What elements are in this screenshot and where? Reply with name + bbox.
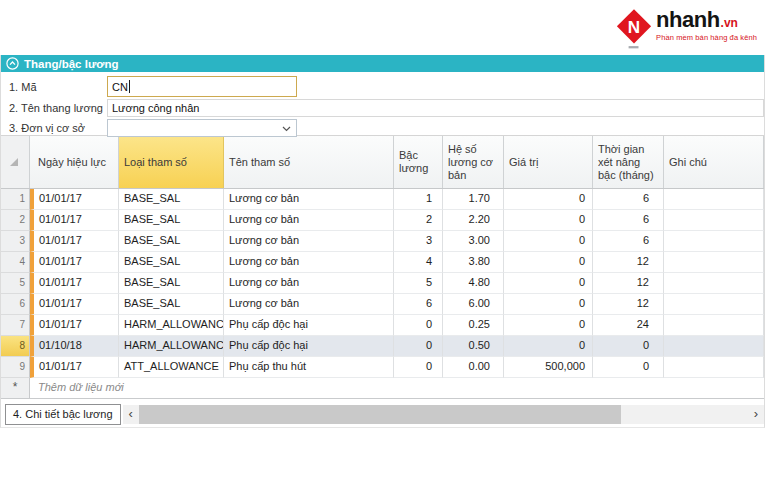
col-header-param-type[interactable]: Loại tham số <box>119 136 224 188</box>
cell-value[interactable]: 0 <box>504 252 593 273</box>
row-number[interactable]: 1 <box>1 189 30 210</box>
cell-note[interactable] <box>664 357 764 378</box>
row-number[interactable]: 2 <box>1 210 30 231</box>
tab-salary-level-detail[interactable]: 4. Chi tiết bậc lương <box>5 404 121 425</box>
cell-note[interactable] <box>664 336 764 357</box>
row-number[interactable]: 7 <box>1 315 30 336</box>
cell-review-months[interactable]: 0 <box>593 357 664 378</box>
cell-note[interactable] <box>664 252 764 273</box>
cell-base-coefficient[interactable]: 3.80 <box>443 252 504 273</box>
code-input[interactable]: CN <box>107 76 297 97</box>
cell-note[interactable] <box>664 189 764 210</box>
table-row[interactable]: 801/10/18HARM_ALLOWANCPhụ cấp độc hại00.… <box>1 336 764 357</box>
cell-note[interactable] <box>664 231 764 252</box>
row-number[interactable]: 8 <box>1 336 30 357</box>
cell-note[interactable] <box>664 210 764 231</box>
cell-salary-level[interactable]: 0 <box>394 357 443 378</box>
cell-review-months[interactable]: 6 <box>593 189 664 210</box>
cell-value[interactable]: 0 <box>504 231 593 252</box>
cell-param-name[interactable]: Lương cơ bản <box>224 231 394 252</box>
col-header-value[interactable]: Giá trị <box>504 136 593 188</box>
cell-review-months[interactable]: 12 <box>593 252 664 273</box>
col-header-review-months[interactable]: Thời gian xét nâng bậc (tháng) <box>593 136 664 188</box>
row-number[interactable]: 5 <box>1 273 30 294</box>
table-row[interactable]: 701/01/17HARM_ALLOWANCPhụ cấp độc hại00.… <box>1 315 764 336</box>
cell-effective-date[interactable]: 01/01/17 <box>30 315 119 336</box>
cell-param-type[interactable]: HARM_ALLOWANC <box>119 315 224 336</box>
cell-note[interactable] <box>664 315 764 336</box>
table-row[interactable]: 901/01/17ATT_ALLOWANCEPhụ cấp thu hút00.… <box>1 357 764 378</box>
cell-salary-level[interactable]: 4 <box>394 252 443 273</box>
col-header-salary-level[interactable]: Bậc lương <box>394 136 443 188</box>
cell-review-months[interactable]: 0 <box>593 336 664 357</box>
new-row[interactable]: * Thêm dữ liệu mới <box>1 378 764 399</box>
col-header-effective-date[interactable]: Ngày hiệu lực <box>30 136 119 188</box>
new-row-label[interactable]: Thêm dữ liệu mới <box>30 378 764 398</box>
cell-salary-level[interactable]: 2 <box>394 210 443 231</box>
base-unit-select[interactable] <box>107 119 297 137</box>
cell-param-name[interactable]: Phụ cấp thu hút <box>224 357 394 378</box>
cell-effective-date[interactable]: 01/01/17 <box>30 294 119 315</box>
cell-review-months[interactable]: 12 <box>593 273 664 294</box>
table-row[interactable]: 501/01/17BASE_SALLương cơ bản54.80012 <box>1 273 764 294</box>
cell-param-name[interactable]: Lương cơ bản <box>224 294 394 315</box>
scale-name-input[interactable]: Lương công nhân <box>107 99 764 117</box>
cell-param-type[interactable]: BASE_SAL <box>119 231 224 252</box>
cell-review-months[interactable]: 6 <box>593 210 664 231</box>
cell-salary-level[interactable]: 0 <box>394 336 443 357</box>
table-row[interactable]: 301/01/17BASE_SALLương cơ bản33.0006 <box>1 231 764 252</box>
cell-param-type[interactable]: HARM_ALLOWANC <box>119 336 224 357</box>
cell-effective-date[interactable]: 01/10/18 <box>30 336 119 357</box>
cell-review-months[interactable]: 12 <box>593 294 664 315</box>
cell-note[interactable] <box>664 273 764 294</box>
cell-effective-date[interactable]: 01/01/17 <box>30 210 119 231</box>
cell-salary-level[interactable]: 6 <box>394 294 443 315</box>
cell-salary-level[interactable]: 0 <box>394 315 443 336</box>
cell-value[interactable]: 0 <box>504 336 593 357</box>
cell-value[interactable]: 0 <box>504 294 593 315</box>
scroll-right-icon[interactable]: › <box>748 405 764 424</box>
cell-param-name[interactable]: Phụ cấp độc hại <box>224 315 394 336</box>
cell-review-months[interactable]: 6 <box>593 231 664 252</box>
scrollbar-track[interactable] <box>621 405 748 424</box>
cell-value[interactable]: 0 <box>504 273 593 294</box>
cell-param-name[interactable]: Lương cơ bản <box>224 252 394 273</box>
scroll-left-icon[interactable]: ‹ <box>123 405 139 424</box>
cell-effective-date[interactable]: 01/01/17 <box>30 189 119 210</box>
scrollbar-thumb[interactable] <box>139 405 621 424</box>
col-header-note[interactable]: Ghi chú <box>664 136 764 188</box>
table-row[interactable]: 101/01/17BASE_SALLương cơ bản11.7006 <box>1 189 764 210</box>
cell-value[interactable]: 0 <box>504 210 593 231</box>
cell-effective-date[interactable]: 01/01/17 <box>30 273 119 294</box>
table-row[interactable]: 401/01/17BASE_SALLương cơ bản43.80012 <box>1 252 764 273</box>
cell-base-coefficient[interactable]: 2.20 <box>443 210 504 231</box>
cell-param-type[interactable]: BASE_SAL <box>119 210 224 231</box>
col-header-base-coefficient[interactable]: Hệ số lương cơ bản <box>443 136 504 188</box>
row-number[interactable]: 3 <box>1 231 30 252</box>
select-all-corner[interactable] <box>1 136 30 188</box>
cell-param-type[interactable]: BASE_SAL <box>119 252 224 273</box>
cell-base-coefficient[interactable]: 0.00 <box>443 357 504 378</box>
cell-note[interactable] <box>664 294 764 315</box>
cell-base-coefficient[interactable]: 0.25 <box>443 315 504 336</box>
row-number[interactable]: 4 <box>1 252 30 273</box>
cell-value[interactable]: 500,000 <box>504 357 593 378</box>
cell-param-type[interactable]: BASE_SAL <box>119 273 224 294</box>
cell-param-name[interactable]: Lương cơ bản <box>224 210 394 231</box>
cell-value[interactable]: 0 <box>504 315 593 336</box>
cell-salary-level[interactable]: 5 <box>394 273 443 294</box>
collapse-chevron-up-icon[interactable] <box>6 57 19 70</box>
cell-effective-date[interactable]: 01/01/17 <box>30 231 119 252</box>
col-header-param-name[interactable]: Tên tham số <box>224 136 394 188</box>
cell-param-type[interactable]: BASE_SAL <box>119 294 224 315</box>
horizontal-scrollbar[interactable]: ‹ › <box>123 405 764 424</box>
cell-base-coefficient[interactable]: 0.50 <box>443 336 504 357</box>
cell-param-name[interactable]: Phụ cấp độc hại <box>224 336 394 357</box>
cell-param-name[interactable]: Lương cơ bản <box>224 273 394 294</box>
row-number[interactable]: 6 <box>1 294 30 315</box>
cell-param-type[interactable]: ATT_ALLOWANCE <box>119 357 224 378</box>
table-row[interactable]: 201/01/17BASE_SALLương cơ bản22.2006 <box>1 210 764 231</box>
cell-review-months[interactable]: 24 <box>593 315 664 336</box>
cell-effective-date[interactable]: 01/01/17 <box>30 252 119 273</box>
cell-base-coefficient[interactable]: 6.00 <box>443 294 504 315</box>
